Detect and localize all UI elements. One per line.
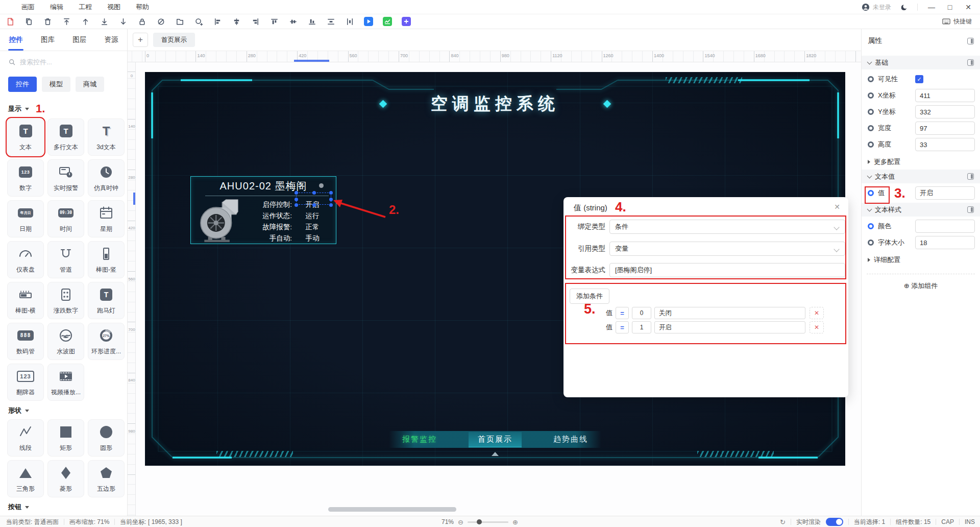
menu-item-1[interactable]: 画面 [21, 3, 35, 12]
prop-section-基础[interactable]: 基础 [862, 56, 980, 69]
device-panel[interactable]: AHU02-02 墨梅阁 启停控制:开启运作 [190, 176, 336, 244]
widget-ring-progress[interactable]: 27%环形进度... [88, 323, 125, 360]
menu-item-3[interactable]: 工程 [79, 3, 92, 12]
selection-handle[interactable] [312, 203, 316, 207]
save-icon[interactable]: .f{fill:currentColor;stroke:none} [5, 17, 14, 26]
trash-icon[interactable]: .f{fill:currentColor;stroke:none} [43, 17, 52, 26]
widget-marquee[interactable]: T跑马灯 [88, 282, 125, 319]
folder-icon[interactable]: .f{fill:currentColor;stroke:none} [175, 17, 184, 26]
widget-water-wave[interactable]: 水波图 [47, 323, 84, 360]
panel-icon[interactable] [967, 59, 974, 66]
zoom-out-icon[interactable]: ⊖ [458, 518, 463, 526]
widget-number[interactable]: 123数字 [7, 159, 44, 197]
section-header-显示[interactable]: 显示1. [8, 103, 119, 114]
delete-condition-button[interactable]: ✕ [810, 307, 824, 319]
widget-updown-number[interactable]: 涨跌数字 [47, 282, 84, 319]
widget-sim-clock[interactable]: 仿真时钟 [88, 159, 125, 197]
zoom-in-icon[interactable]: ⊕ [512, 518, 518, 526]
monitor-icon[interactable] [383, 17, 392, 26]
filter-chip-1[interactable]: 控件 [8, 77, 37, 92]
align-left-icon[interactable]: .f{fill:currentColor;stroke:none} [213, 17, 222, 26]
search-box[interactable] [0, 51, 127, 73]
widget-digital-tube[interactable]: 888数码管 [7, 323, 44, 360]
horizontal-scrollbar[interactable] [328, 507, 456, 512]
align-right-icon[interactable]: .f{fill:currentColor;stroke:none} [251, 17, 260, 26]
widget-text[interactable]: T文本 [7, 118, 44, 156]
widget-text-3d[interactable]: T3d文本 [88, 118, 125, 156]
shortcut-button[interactable]: 快捷键 [942, 17, 972, 26]
zoom-slider[interactable] [468, 521, 508, 523]
sidebar-tab-1[interactable]: 控件 [0, 29, 32, 51]
filter-chip-3[interactable]: 商城 [76, 77, 104, 92]
page-tab[interactable]: 首页展示 [153, 33, 195, 47]
bring-front-icon[interactable]: .f{fill:currentColor;stroke:none} [62, 17, 71, 26]
distribute-h-icon[interactable]: .f{fill:currentColor;stroke:none} [345, 17, 354, 26]
panel-icon[interactable] [967, 206, 974, 213]
field-input[interactable]: [墨梅阁启停] [609, 263, 845, 277]
widget-rect[interactable]: 矩形 [47, 419, 84, 457]
eye-off-icon[interactable]: .f{fill:currentColor;stroke:none} [156, 17, 165, 26]
align-center-h-icon[interactable]: .f{fill:currentColor;stroke:none} [232, 17, 241, 26]
field-select[interactable]: 条件 [609, 220, 845, 234]
align-bottom-icon[interactable]: .f{fill:currentColor;stroke:none} [307, 17, 316, 26]
widget-realtime-alarm[interactable]: 实时报警 [47, 159, 84, 197]
condition-value-input[interactable] [632, 321, 651, 333]
prop-input-高度[interactable] [915, 138, 975, 151]
publish-icon[interactable] [402, 17, 411, 26]
refresh-icon[interactable]: ↻ [780, 518, 786, 526]
move-up-icon[interactable]: .f{fill:currentColor;stroke:none} [81, 17, 90, 26]
prop-input-宽度[interactable] [915, 122, 975, 135]
operator-select[interactable]: = [616, 307, 629, 319]
operator-select[interactable]: = [616, 321, 629, 333]
sidebar-tab-3[interactable]: 图层 [64, 29, 95, 51]
visibility-checkbox[interactable]: ✓ [915, 75, 923, 83]
widget-diamond[interactable]: 菱形 [47, 460, 84, 497]
add-component-button[interactable]: ⊕ 添加组件 [867, 274, 975, 291]
widget-line[interactable]: 线段 [7, 419, 44, 457]
distribute-v-icon[interactable]: .f{fill:currentColor;stroke:none} [326, 17, 335, 26]
selection-handle[interactable] [295, 203, 298, 207]
maximize-button[interactable]: □ [945, 3, 954, 11]
prop-footer-更多配置[interactable]: 更多配置 [868, 157, 980, 166]
sidebar-tab-4[interactable]: 资源 [95, 29, 127, 51]
close-button[interactable]: ✕ [964, 3, 973, 11]
filter-chip-2[interactable]: 模型 [42, 77, 70, 92]
nav-tab-1[interactable]: 报警监控 [402, 435, 437, 444]
widget-bar-horizontal[interactable]: 棒图-横 [7, 282, 44, 319]
realtime-render-toggle[interactable] [826, 518, 843, 526]
menu-item-4[interactable]: 视图 [107, 3, 120, 12]
panel-icon[interactable] [967, 173, 974, 180]
widget-flip-card[interactable]: 123翻牌器 [7, 364, 44, 401]
align-center-v-icon[interactable]: .f{fill:currentColor;stroke:none} [288, 17, 298, 26]
field-select[interactable]: 变量 [609, 242, 845, 256]
widget-bar-vertical[interactable]: 棒图-竖 [88, 241, 125, 278]
login-status[interactable]: 未登录 [862, 3, 891, 12]
align-top-icon[interactable]: .f{fill:currentColor;stroke:none} [270, 17, 279, 26]
widget-triangle[interactable]: 三角形 [7, 460, 44, 497]
send-back-icon[interactable]: .f{fill:currentColor;stroke:none} [100, 17, 109, 26]
widget-circle[interactable]: 圆形 [88, 419, 125, 457]
preview-icon[interactable] [364, 17, 373, 26]
copy-icon[interactable]: .f{fill:currentColor;stroke:none} [24, 17, 33, 26]
prop-input-字体大小[interactable] [915, 236, 975, 249]
widget-multiline-text[interactable]: T多行文本 [47, 118, 84, 156]
zoom-slider-knob[interactable] [477, 519, 482, 524]
dark-mode-icon[interactable] [900, 4, 908, 11]
nav-tab-3[interactable]: 趋势曲线 [553, 435, 588, 444]
widget-gauge[interactable]: 仪表盘 [7, 241, 44, 278]
delete-condition-button[interactable]: ✕ [810, 321, 824, 333]
dialog-close-icon[interactable]: ✕ [834, 203, 840, 211]
section-header-按钮[interactable]: 按钮 [8, 502, 119, 512]
search-input[interactable] [20, 58, 119, 66]
menu-item-5[interactable]: 帮助 [136, 3, 149, 12]
prop-input-颜色[interactable] [915, 220, 975, 233]
condition-value-input[interactable] [632, 307, 651, 319]
widget-pentagon[interactable]: 五边形 [88, 460, 125, 497]
component-add-icon[interactable]: .f{fill:currentColor;stroke:none} [194, 17, 203, 26]
selection-handle[interactable] [295, 191, 298, 195]
minimize-button[interactable]: — [927, 3, 936, 11]
condition-text-input[interactable] [654, 321, 805, 333]
value-binding-dialog[interactable]: 值 (string) 4. ✕ 绑定类型条件引用类型变量变量表达式[墨梅阁启停]… [564, 197, 848, 397]
widget-week[interactable]: 星期 [88, 200, 125, 237]
section-header-形状[interactable]: 形状 [8, 406, 119, 415]
